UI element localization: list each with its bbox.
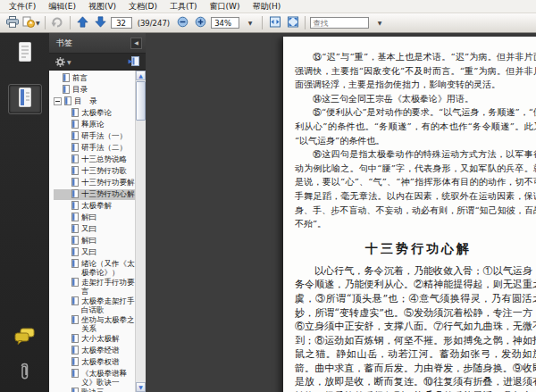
bookmark-page-icon: [71, 201, 79, 212]
zoom-in-button[interactable]: [193, 15, 208, 30]
bookmark-label: 目 录: [74, 96, 136, 105]
bookmark-page-icon: [71, 357, 79, 368]
scrollbar-thumb[interactable]: [136, 81, 146, 121]
bookmark-item[interactable]: 太极拳论: [54, 108, 136, 119]
comments-panel-button[interactable]: [9, 323, 41, 352]
bookmark-item[interactable]: 十三总势说略: [54, 154, 136, 165]
bookmark-item[interactable]: 走架打手行功要言: [54, 278, 136, 296]
menu-item[interactable]: 文档(D): [122, 0, 163, 13]
page-number-input[interactable]: [111, 17, 132, 29]
bookmark-item[interactable]: 《太极拳谱释义》歌诀一: [54, 369, 136, 387]
bookmark-item[interactable]: 研手法（二）: [54, 143, 136, 154]
annotation-notes: ⑬“迟”与“重”，基本上也是术语。“迟”为病。但并非片面强调快，主要指“因敌变化…: [295, 50, 536, 231]
page-count-label: (39/247): [138, 19, 171, 28]
chevron-down-icon: ▼: [378, 20, 382, 26]
bookmark-label: 歌诀三: [81, 388, 136, 392]
bookmark-page-icon: [71, 108, 79, 119]
bookmark-item[interactable]: 解曰: [54, 213, 136, 223]
document-page: ⑬“迟”与“重”，基本上也是术语。“迟”为病。但并非片面强调快，主要指“因敌变化…: [283, 37, 536, 392]
zoom-dropdown-button[interactable]: ▼: [242, 15, 257, 30]
previous-page-button[interactable]: [75, 15, 90, 30]
bookmark-label: 研手法（二）: [81, 143, 136, 152]
scroll-up-button[interactable]: ▲: [136, 71, 146, 80]
bookmark-item[interactable]: 十三势行功要解: [54, 178, 136, 188]
bookmark-item[interactable]: 坐功与太极拳之关系: [54, 315, 136, 333]
fullscreen-button[interactable]: [285, 15, 300, 30]
menu-item[interactable]: 工具(T): [163, 0, 204, 13]
bookmark-item[interactable]: 太极拳经谱: [54, 346, 136, 356]
expand-current-bookmark-button[interactable]: [128, 54, 139, 71]
bookmark-page-icon: [71, 120, 79, 130]
toolbar-separator: [305, 16, 306, 29]
menu-item[interactable]: 视图(V): [82, 0, 122, 13]
bookmark-item[interactable]: 又曰: [54, 224, 136, 235]
menubar: 文件(F)编辑(E)视图(V)文档(D)工具(T)窗口(W)帮助(H): [0, 0, 536, 13]
bookmark-page-icon: [71, 143, 79, 154]
document-canvas[interactable]: ⑬“迟”与“重”，基本上也是术语。“迟”为病。但并非片面强调快，主要指“因敌变化…: [146, 33, 536, 392]
bookmark-page-icon: [71, 296, 79, 307]
pages-panel-button[interactable]: [9, 39, 41, 68]
up-arrow-icon: [77, 14, 88, 31]
bookmark-page-icon: [71, 388, 79, 392]
bookmark-label: 太极拳经谱: [81, 346, 136, 354]
bookmark-label: 太极拳走架打手白话歌: [81, 296, 136, 314]
tree-scrollbar[interactable]: ▲ ▼: [135, 71, 146, 392]
bookmarks-panel-button[interactable]: [8, 84, 42, 114]
bookmarks-tree: 前言目录目 录太极拳论释原论研手法（一）研手法（二）十三总势说略十三势行功歌十三…: [49, 71, 136, 392]
bookmark-item[interactable]: 太极拳走架打手白话歌: [54, 296, 136, 314]
bookmark-page-icon: [64, 96, 71, 107]
bookmark-label: 坐功与太极拳之关系: [81, 315, 136, 333]
bookmark-item[interactable]: 太极拳解: [54, 201, 136, 212]
bookmark-item[interactable]: 绪论（又作《太极拳论》）: [54, 259, 136, 277]
bookmark-page-icon: [71, 189, 79, 200]
options-gear-button[interactable]: ▼: [55, 54, 71, 71]
bookmark-label: 研手法（一）: [81, 131, 136, 140]
zoom-out-icon: [177, 14, 188, 31]
chevron-down-icon: ▼: [67, 59, 71, 65]
bookmarks-panel-icon: [16, 87, 34, 112]
bookmark-page-icon: [63, 73, 70, 84]
bookmark-item[interactable]: 解曰: [54, 236, 136, 246]
bookmark-label: 走架打手行功要言: [81, 278, 136, 296]
bookmark-item[interactable]: 释原论: [54, 120, 136, 130]
fullscreen-icon: [287, 14, 299, 31]
menu-item[interactable]: 文件(F): [3, 0, 42, 13]
collapse-expander-icon[interactable]: [54, 97, 62, 105]
find-dropdown-button[interactable]: ▼: [372, 15, 387, 30]
bookmark-item[interactable]: 研手法（一）: [54, 131, 136, 142]
bookmark-item[interactable]: 太极拳权谱: [54, 357, 136, 368]
menu-item[interactable]: 窗口(W): [204, 0, 247, 13]
bookmark-item[interactable]: 十三势行功歌: [54, 166, 136, 177]
export-button[interactable]: ▼: [22, 15, 40, 30]
bookmark-label: 又曰: [81, 224, 136, 233]
pdf-reader-window: 文件(F)编辑(E)视图(V)文档(D)工具(T)窗口(W)帮助(H) ▼: [0, 0, 536, 392]
bookmark-page-icon: [71, 154, 79, 165]
next-page-button[interactable]: [93, 15, 108, 30]
zoom-out-button[interactable]: [175, 15, 190, 30]
bookmark-item[interactable]: 歌诀三: [54, 388, 136, 392]
collapse-panel-button[interactable]: ◀: [130, 38, 142, 49]
scroll-down-button[interactable]: ▼: [136, 382, 146, 392]
previous-view-button[interactable]: [50, 15, 65, 30]
menu-item[interactable]: 帮助(H): [247, 0, 288, 13]
bookmark-label: 解曰: [81, 213, 136, 221]
bookmark-item[interactable]: 大小太极解: [54, 334, 136, 345]
find-input[interactable]: [313, 19, 366, 28]
bookmark-item[interactable]: 目 录: [54, 96, 136, 107]
bookmark-item[interactable]: 十三势行功心解: [54, 189, 136, 200]
find-field[interactable]: [310, 17, 369, 29]
bookmark-label: 大小太极解: [81, 334, 136, 343]
print-button[interactable]: [4, 15, 20, 30]
bookmark-label: 绪论（又作《太极拳论》）: [81, 259, 136, 277]
attachments-panel-button[interactable]: [9, 358, 41, 387]
printer-icon: [6, 14, 19, 31]
previous-view-icon: [51, 14, 63, 31]
bookmark-item[interactable]: 前言: [54, 73, 136, 84]
menu-item[interactable]: 编辑(E): [42, 0, 82, 13]
fit-width-button[interactable]: [267, 15, 282, 30]
bookmark-item[interactable]: 目录: [54, 85, 136, 96]
bookmark-item[interactable]: 又曰: [54, 247, 136, 258]
zoom-level-input[interactable]: 34%: [211, 17, 239, 29]
sidebar-options-bar: ▼: [49, 54, 146, 71]
fit-width-icon: [269, 14, 281, 31]
